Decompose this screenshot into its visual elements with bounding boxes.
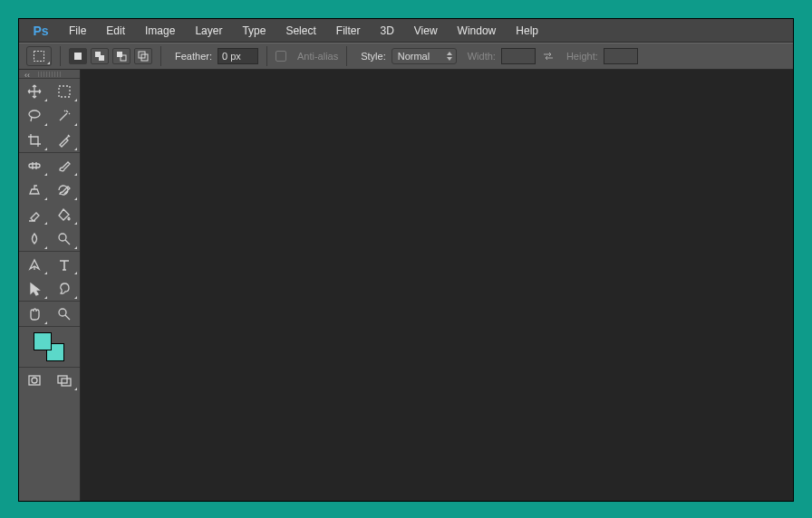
menu-view[interactable]: View	[404, 20, 448, 42]
style-label: Style:	[361, 51, 386, 62]
feather-input[interactable]	[218, 48, 258, 64]
hand-tool-icon[interactable]	[19, 302, 50, 326]
svg-point-9	[29, 110, 40, 118]
app-logo: Ps	[23, 24, 59, 38]
crop-tool-icon[interactable]	[19, 128, 50, 152]
pen-tool-icon[interactable]	[19, 252, 50, 276]
quickmask-icon[interactable]	[19, 368, 50, 392]
antialias-label: Anti-alias	[297, 51, 338, 62]
menu-select[interactable]: Select	[276, 20, 325, 42]
shape-tool-icon[interactable]	[50, 276, 81, 301]
svg-rect-0	[34, 52, 44, 62]
options-bar: Feather: Anti-alias Style: Normal Width:…	[19, 43, 793, 70]
type-tool-icon[interactable]	[50, 252, 81, 276]
width-label: Width:	[468, 51, 496, 62]
path-select-tool-icon[interactable]	[19, 276, 50, 301]
svg-point-12	[59, 309, 66, 316]
antialias-checkbox[interactable]	[276, 51, 286, 62]
screenmode-icon[interactable]	[50, 368, 81, 392]
menu-window[interactable]: Window	[448, 20, 507, 42]
lasso-tool-icon[interactable]	[19, 103, 50, 128]
menu-edit[interactable]: Edit	[96, 20, 135, 42]
clone-stamp-tool-icon[interactable]	[19, 177, 50, 202]
color-swatches[interactable]	[19, 327, 80, 367]
eyedropper-tool-icon[interactable]	[50, 128, 81, 152]
menu-bar: Ps File Edit Image Layer Type Select Fil…	[19, 19, 793, 43]
current-tool-marquee[interactable]	[26, 46, 52, 66]
svg-rect-15	[58, 376, 67, 383]
svg-rect-8	[59, 86, 70, 97]
foreground-color[interactable]	[34, 332, 52, 350]
svg-point-11	[59, 234, 66, 241]
brush-tool-icon[interactable]	[50, 153, 81, 177]
dodge-tool-icon[interactable]	[50, 226, 81, 251]
magic-wand-tool-icon[interactable]	[50, 103, 81, 128]
menu-file[interactable]: File	[59, 20, 96, 42]
width-input	[501, 48, 536, 64]
toolbox-header[interactable]: ‹‹	[19, 70, 80, 79]
swap-wh-icon[interactable]	[541, 49, 556, 63]
svg-point-14	[32, 378, 37, 383]
history-brush-tool-icon[interactable]	[50, 177, 81, 202]
style-select[interactable]: Normal	[392, 48, 457, 64]
spot-heal-tool-icon[interactable]	[19, 153, 50, 177]
feather-label: Feather:	[175, 51, 212, 62]
height-label: Height:	[566, 51, 598, 62]
photoshop-window: Ps File Edit Image Layer Type Select Fil…	[18, 18, 794, 502]
svg-rect-4	[117, 52, 122, 57]
paint-bucket-tool-icon[interactable]	[50, 202, 81, 226]
svg-rect-1	[74, 53, 82, 60]
svg-rect-16	[62, 379, 71, 386]
toolbox: ‹‹	[19, 70, 81, 501]
selection-new-icon[interactable]	[69, 48, 87, 64]
move-tool-icon[interactable]	[19, 79, 50, 103]
svg-rect-3	[99, 55, 104, 61]
menu-type[interactable]: Type	[232, 20, 276, 42]
menu-filter[interactable]: Filter	[326, 20, 371, 42]
zoom-tool-icon[interactable]	[50, 302, 81, 326]
selection-intersect-icon[interactable]	[134, 48, 152, 64]
canvas-area[interactable]	[81, 70, 793, 501]
height-input	[604, 48, 638, 64]
svg-rect-10	[29, 164, 40, 168]
eraser-tool-icon[interactable]	[19, 202, 50, 226]
marquee-tool-icon[interactable]	[50, 79, 81, 103]
menu-3d[interactable]: 3D	[370, 20, 403, 42]
blur-tool-icon[interactable]	[19, 226, 50, 251]
selection-mode-group	[69, 48, 152, 64]
selection-add-icon[interactable]	[91, 48, 109, 64]
menu-image[interactable]: Image	[135, 20, 185, 42]
menu-layer[interactable]: Layer	[185, 20, 232, 42]
selection-subtract-icon[interactable]	[112, 48, 130, 64]
menu-help[interactable]: Help	[506, 20, 548, 42]
